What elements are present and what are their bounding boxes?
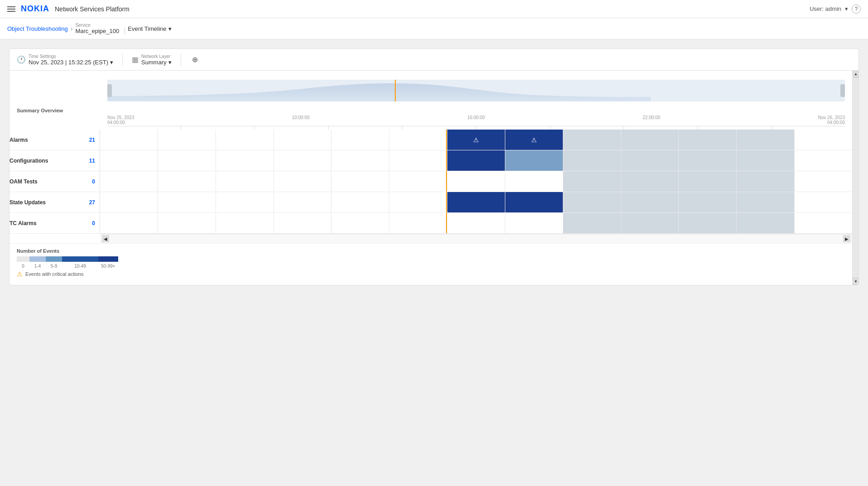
cell xyxy=(216,150,274,171)
network-layer-group: ▦ Network Layer Summary ▾ xyxy=(132,54,181,66)
scroll-up-button[interactable]: ▲ xyxy=(853,71,859,78)
scroll-right-button[interactable]: ▶ xyxy=(843,235,850,242)
legend-segment-5-9 xyxy=(46,256,62,262)
cell-shaded-4 xyxy=(737,130,795,150)
cell xyxy=(389,130,447,150)
configurations-label: Configurations 11 xyxy=(10,150,100,171)
cursor-line xyxy=(446,213,447,233)
cell xyxy=(795,150,852,171)
mini-handle-left[interactable] xyxy=(107,84,112,97)
time-label-3: 22:00:00 xyxy=(643,115,660,125)
cell xyxy=(274,171,332,192)
cell xyxy=(100,150,158,171)
legend-label-5-9: 5-9 xyxy=(46,264,62,269)
cell xyxy=(331,130,389,150)
cell xyxy=(216,213,274,233)
state-block-2[interactable] xyxy=(505,192,563,212)
time-settings-label: Time Settings xyxy=(29,54,113,59)
table-row: TC Alarms 0 xyxy=(10,213,852,234)
filter-button[interactable]: ⊕ xyxy=(190,53,200,66)
mini-handle-right[interactable] xyxy=(840,84,845,97)
cell xyxy=(216,130,274,150)
inner-chart: Summary Overview Nov 25, 2023 04:00:00 1… xyxy=(10,71,852,285)
cell-shaded xyxy=(563,171,621,192)
cell-shaded xyxy=(621,213,679,233)
cell-shaded xyxy=(679,192,737,212)
configurations-name: Configurations xyxy=(10,158,48,164)
cell xyxy=(389,213,447,233)
time-axis-container: Nov 25, 2023 04:00:00 10:00:00 16:00:00 … xyxy=(10,115,852,130)
mini-timeline[interactable] xyxy=(107,80,845,101)
service-label: Service xyxy=(75,23,125,28)
cell-shaded xyxy=(563,213,621,233)
tick-0 xyxy=(107,126,181,130)
cell-shaded-2 xyxy=(621,130,679,150)
state-updates-grid xyxy=(100,192,852,212)
cell xyxy=(158,150,216,171)
table-row: Alarms 21 xyxy=(10,130,852,150)
cell xyxy=(100,213,158,233)
cell-shaded xyxy=(737,192,795,212)
breadcrumb-event-timeline[interactable]: Event Timeline ▾ xyxy=(128,25,171,32)
configurations-grid xyxy=(100,150,852,171)
alarm-block-1[interactable]: ⚠ xyxy=(447,130,505,150)
legend-label-0: 0 xyxy=(17,264,29,269)
state-block-1[interactable] xyxy=(447,192,505,212)
cell xyxy=(389,171,447,192)
cell xyxy=(158,130,216,150)
breadcrumb-object-troubleshooting[interactable]: Object Troubleshooting xyxy=(7,25,68,32)
cell xyxy=(795,171,852,192)
state-updates-label: State Updates 27 xyxy=(10,192,100,212)
topbar: NOKIA Network Services Platform User: ad… xyxy=(0,0,868,18)
cell xyxy=(331,150,389,171)
tick-8 xyxy=(698,126,772,130)
alarms-label: Alarms 21 xyxy=(10,130,100,150)
breadcrumb-service: Service Marc_epipe_100 xyxy=(75,23,125,34)
card-toolbar: 🕐 Time Settings Nov 25, 2023 | 15:32:25 … xyxy=(10,49,858,71)
tick-9 xyxy=(772,126,845,130)
config-block-2[interactable] xyxy=(505,150,563,171)
cell xyxy=(100,192,158,212)
topbar-right: User: admin ▾ ? xyxy=(810,5,861,14)
network-dropdown[interactable]: Summary ▾ xyxy=(141,59,172,66)
time-label-1: 10:00:00 xyxy=(292,115,310,125)
cursor-line xyxy=(446,130,447,150)
network-layer-label: Network Layer xyxy=(141,54,172,59)
cell xyxy=(505,171,563,192)
configurations-count: 11 xyxy=(89,158,95,164)
time-value: Nov 25, 2023 | 15:32:25 (EST) xyxy=(29,59,108,66)
tick-3 xyxy=(329,126,403,130)
oam-name: OAM Tests xyxy=(10,178,38,185)
scroll-down-button[interactable]: ▼ xyxy=(853,278,859,285)
legend-section: Number of Events 0 1-4 5-9 10-49 50-99+ xyxy=(10,243,852,285)
cell-shaded xyxy=(679,171,737,192)
tick-marks xyxy=(107,126,845,130)
time-dropdown[interactable]: Nov 25, 2023 | 15:32:25 (EST) ▾ xyxy=(29,59,113,66)
network-dropdown-arrow: ▾ xyxy=(168,59,172,66)
user-dropdown-arrow[interactable]: ▾ xyxy=(845,5,848,12)
cell-shaded-2 xyxy=(621,150,679,171)
table-row: State Updates 27 xyxy=(10,192,852,213)
help-icon[interactable]: ? xyxy=(852,5,861,14)
cell xyxy=(447,213,505,233)
scroll-left-button[interactable]: ◀ xyxy=(102,235,109,242)
oam-count: 0 xyxy=(92,178,95,185)
horizontal-scrollbar: ◀ ▶ xyxy=(100,234,852,243)
scroll-track xyxy=(853,78,858,278)
oam-cells xyxy=(100,171,852,192)
legend-segment-50-99 xyxy=(98,256,118,262)
alarm-block-2[interactable]: ⚠ xyxy=(505,130,563,150)
warning-description: Events with critical actions xyxy=(25,271,83,277)
main-card: 🕐 Time Settings Nov 25, 2023 | 15:32:25 … xyxy=(9,48,859,285)
time-label-0: Nov 25, 2023 04:00:00 xyxy=(107,115,134,125)
config-block-1[interactable] xyxy=(447,150,505,171)
event-timeline-dropdown[interactable]: ▾ xyxy=(168,25,172,32)
cell xyxy=(216,171,274,192)
cell xyxy=(447,171,505,192)
legend-title: Number of Events xyxy=(17,248,845,254)
table-row: Configurations 11 xyxy=(10,150,852,171)
menu-button[interactable] xyxy=(7,6,15,12)
cell-shaded xyxy=(621,171,679,192)
warning-icon-1: ⚠ xyxy=(473,136,479,144)
tc-alarms-label: TC Alarms 0 xyxy=(10,213,100,233)
